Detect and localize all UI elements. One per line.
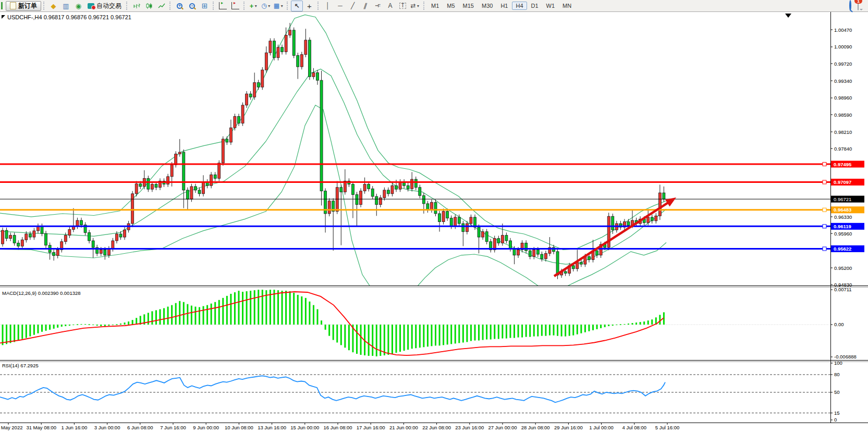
periods-button[interactable]: ◷▼: [260, 1, 272, 11]
hline-handle[interactable]: [823, 180, 826, 184]
new-order-button[interactable]: 新订单: [6, 1, 41, 11]
candle: [470, 217, 472, 224]
search-button[interactable]: [849, 1, 851, 10]
templates-button[interactable]: ▦▼: [273, 1, 285, 11]
label-button[interactable]: T: [397, 1, 409, 11]
candle: [458, 217, 460, 224]
candle: [651, 217, 653, 221]
candle: [194, 187, 197, 190]
candle: [658, 193, 661, 216]
toolbar-right: 1: [849, 1, 867, 10]
chart-shift-button[interactable]: ▸: [229, 1, 241, 11]
candle: [383, 190, 386, 198]
cursor-button[interactable]: ↖: [291, 1, 303, 11]
hline-handle[interactable]: [823, 225, 826, 228]
candle: [104, 250, 106, 255]
toolbar-grip[interactable]: [317, 2, 320, 10]
crosshair-button[interactable]: +: [303, 1, 315, 11]
channel-button[interactable]: ∥: [359, 1, 371, 11]
vertical-line-button[interactable]: │: [322, 1, 334, 11]
candle: [33, 231, 35, 237]
cursor-icon: ↖: [294, 3, 299, 9]
price-badge-label: 0.97097: [834, 179, 851, 185]
candle: [151, 184, 153, 190]
price-badge-label: 0.96483: [834, 207, 851, 213]
rsi-line: [0, 376, 665, 402]
line-chart-button[interactable]: [155, 1, 167, 11]
chevron-down-icon: ▼: [254, 4, 258, 8]
trendline-button[interactable]: ╱: [347, 1, 359, 11]
candle: [17, 243, 20, 246]
price-tick-label: 0.97840: [834, 146, 852, 152]
horizontal-line-button[interactable]: ─: [334, 1, 346, 11]
scroll-group: ▸ ▸: [217, 1, 241, 11]
candle: [541, 254, 543, 259]
mt4-window: 新订单 ◆ ▥ ◉ 自动交易 + −: [0, 0, 868, 434]
price-tick-label: 0.95200: [834, 265, 852, 271]
timeframe-d1[interactable]: D1: [528, 2, 542, 10]
hline-handle[interactable]: [823, 208, 826, 212]
price-badge-label: 0.96119: [834, 224, 851, 229]
timeframe-w1[interactable]: W1: [543, 2, 559, 10]
auto-scroll-button[interactable]: ▸: [217, 1, 229, 11]
candle: [218, 163, 221, 178]
candlestick-button[interactable]: [143, 1, 155, 11]
candle: [273, 41, 275, 58]
symbol-menu-icon[interactable]: [2, 15, 5, 19]
bar-chart-button[interactable]: [130, 1, 142, 11]
price-tick-label: 0.98210: [834, 129, 852, 135]
timeframe-m30[interactable]: M30: [478, 2, 496, 10]
hline-handle[interactable]: [823, 163, 826, 166]
toolbar-grip[interactable]: [126, 2, 128, 10]
candle: [186, 190, 189, 199]
hline-handle[interactable]: [823, 247, 826, 251]
auto-trading-icon: [88, 3, 94, 9]
toolbar-grip[interactable]: [169, 2, 172, 10]
candle: [360, 191, 362, 205]
market-watch-icon[interactable]: ◆: [47, 1, 59, 11]
arrows-button[interactable]: ⇄▼: [409, 1, 421, 11]
price-tick-label: 0.99340: [834, 78, 852, 84]
chart-canvas[interactable]: USDCHF-,H4 0.96817 0.96876 0.96721 0.967…: [0, 0, 868, 434]
auto-trading-button[interactable]: 自动交易: [85, 1, 124, 11]
tile-windows-button[interactable]: ⊞: [199, 1, 211, 11]
candle: [564, 271, 567, 273]
toolbar-grip[interactable]: [43, 2, 45, 10]
toolbar-grip[interactable]: [287, 2, 289, 10]
timeframe-h4[interactable]: H4: [512, 2, 527, 10]
zoom-in-button[interactable]: +: [174, 1, 186, 11]
macd-axis-label: 0.00711: [834, 287, 852, 292]
candle: [663, 193, 665, 199]
candle: [222, 139, 224, 163]
timeframe-h1[interactable]: H1: [497, 2, 511, 10]
time-axis-label: 9 Jun 00:00: [193, 425, 219, 430]
candle: [485, 232, 488, 242]
indicators-button[interactable]: +▼: [248, 1, 260, 11]
timeframes-group: M1 M5 M15 M30 H1 H4 D1 W1 MN: [427, 2, 575, 10]
candle: [45, 233, 47, 245]
template-icon: ▦: [274, 3, 279, 9]
time-axis-label: 1 Jun 16:00: [62, 425, 88, 430]
toolbar-grip[interactable]: [213, 2, 215, 10]
text-button[interactable]: A: [384, 1, 396, 11]
timeframe-m15[interactable]: M15: [459, 2, 478, 10]
rsi-axis-label: 15: [834, 410, 840, 416]
price-tick-label: 0.96330: [834, 214, 852, 220]
notifications-button[interactable]: 1: [858, 1, 859, 10]
auto-scroll-icon: ▸: [219, 2, 227, 9]
chart-shift-marker[interactable]: [785, 14, 791, 18]
timeframe-mn[interactable]: MN: [559, 2, 575, 10]
toolbar-grip[interactable]: [423, 2, 425, 10]
candle: [462, 224, 464, 232]
timeframe-m5[interactable]: M5: [443, 2, 458, 10]
candle: [407, 185, 409, 189]
alerts-icon[interactable]: ◉: [72, 1, 84, 11]
profiles-icon[interactable]: ▥: [60, 1, 72, 11]
timeframe-m1[interactable]: M1: [427, 2, 443, 10]
zoom-out-button[interactable]: −: [186, 1, 198, 11]
candle: [340, 188, 343, 192]
toolbar-grip[interactable]: [243, 2, 246, 10]
candle: [292, 30, 295, 56]
fibonacci-button[interactable]: ┅F: [372, 1, 384, 11]
trend-arrow[interactable]: [554, 201, 671, 276]
